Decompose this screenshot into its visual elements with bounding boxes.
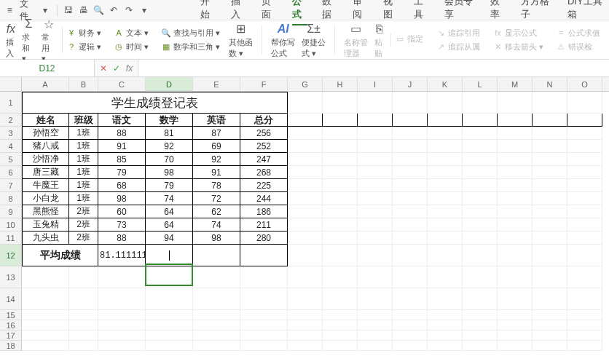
cell-C5[interactable]: 85 xyxy=(98,153,146,166)
row-header-17[interactable]: 17 xyxy=(0,331,22,341)
cell-C3[interactable]: 88 xyxy=(98,127,146,140)
cell-I2[interactable] xyxy=(358,114,393,127)
cell-G17[interactable] xyxy=(288,331,323,341)
cell-B8[interactable]: 1班 xyxy=(69,192,98,205)
cell-K7[interactable] xyxy=(428,179,463,192)
cell-J13[interactable] xyxy=(393,266,428,288)
formula-input[interactable] xyxy=(138,60,609,76)
cell-F9[interactable]: 186 xyxy=(240,205,288,218)
redo-icon[interactable]: ↷ xyxy=(124,4,135,16)
cell-J3[interactable] xyxy=(393,127,428,140)
cell-J9[interactable] xyxy=(393,205,428,218)
col-header-J[interactable]: J xyxy=(393,77,428,91)
cell-E9[interactable]: 62 xyxy=(193,205,240,218)
cell-M2[interactable] xyxy=(498,114,533,127)
row-header-4[interactable]: 4 xyxy=(0,140,22,153)
preview-icon[interactable]: 🔍 xyxy=(93,4,104,16)
cell-H7[interactable] xyxy=(323,179,358,192)
cell-J17[interactable] xyxy=(393,331,428,341)
cell-I13[interactable] xyxy=(358,266,393,288)
cell-C16[interactable] xyxy=(98,320,146,331)
col-header-I[interactable]: I xyxy=(358,77,393,91)
cell-D9[interactable]: 64 xyxy=(146,205,193,218)
cell-I7[interactable] xyxy=(358,179,393,192)
cell-L2[interactable] xyxy=(463,114,498,127)
cell-N5[interactable] xyxy=(533,153,567,166)
cell-A16[interactable] xyxy=(22,320,69,331)
cell-F4[interactable]: 252 xyxy=(240,140,288,153)
cell-H15[interactable] xyxy=(323,310,358,320)
cell-G1[interactable] xyxy=(288,92,323,114)
paste-button[interactable]: ⎘粘贴 xyxy=(373,21,386,59)
cell-C9[interactable]: 60 xyxy=(98,205,146,218)
cell-D15[interactable] xyxy=(146,310,193,320)
cell-I5[interactable] xyxy=(358,153,393,166)
cell-K11[interactable] xyxy=(428,232,463,245)
cell-D12[interactable] xyxy=(146,245,193,266)
row-header-11[interactable]: 11 xyxy=(0,232,22,245)
finance-button[interactable]: ¥财务 ▾ xyxy=(66,27,103,39)
cell-M17[interactable] xyxy=(498,331,533,341)
cell-A13[interactable] xyxy=(22,266,69,288)
cell-E15[interactable] xyxy=(193,310,240,320)
cell-N8[interactable] xyxy=(533,192,567,205)
cell-N3[interactable] xyxy=(533,127,567,140)
cell-B18[interactable] xyxy=(69,341,98,351)
cell-J18[interactable] xyxy=(393,341,428,351)
row-header-14[interactable]: 14 xyxy=(0,288,22,310)
cell-H17[interactable] xyxy=(323,331,358,341)
cell-A9[interactable]: 黑熊怪 xyxy=(22,205,69,218)
cell-L16[interactable] xyxy=(463,320,498,331)
cell-G3[interactable] xyxy=(288,127,323,140)
cell-O5[interactable] xyxy=(567,153,602,166)
cell-H6[interactable] xyxy=(323,166,358,179)
cell-G12[interactable] xyxy=(288,245,323,266)
cell-B10[interactable]: 2班 xyxy=(69,218,98,232)
cell-M9[interactable] xyxy=(498,205,533,218)
cell-H18[interactable] xyxy=(323,341,358,351)
cell-O14[interactable] xyxy=(567,288,602,310)
row-header-6[interactable]: 6 xyxy=(0,166,22,179)
cell-D11[interactable]: 94 xyxy=(146,232,193,245)
select-all-corner[interactable] xyxy=(0,77,22,91)
cell-I16[interactable] xyxy=(358,320,393,331)
text-button[interactable]: A文本 ▾ xyxy=(113,27,150,39)
cell-J5[interactable] xyxy=(393,153,428,166)
cell-M6[interactable] xyxy=(498,166,533,179)
cell-O2[interactable] xyxy=(567,114,602,127)
cell-M18[interactable] xyxy=(498,341,533,351)
cell-D14[interactable] xyxy=(146,288,193,310)
cell-L15[interactable] xyxy=(463,310,498,320)
cell-C4[interactable]: 91 xyxy=(98,140,146,153)
cell-E5[interactable]: 92 xyxy=(193,153,240,166)
row-header-8[interactable]: 8 xyxy=(0,192,22,205)
cell-N14[interactable] xyxy=(533,288,567,310)
cell-J6[interactable] xyxy=(393,166,428,179)
cell-L17[interactable] xyxy=(463,331,498,341)
cell-A5[interactable]: 沙悟净 xyxy=(22,153,69,166)
cell-O15[interactable] xyxy=(567,310,602,320)
cell-B7[interactable]: 1班 xyxy=(69,179,98,192)
col-header-G[interactable]: G xyxy=(288,77,323,91)
row-header-2[interactable]: 2 xyxy=(0,114,22,127)
col-header-L[interactable]: L xyxy=(463,77,498,91)
cell-D10[interactable]: 64 xyxy=(146,218,193,232)
cell-H8[interactable] xyxy=(323,192,358,205)
cell-I15[interactable] xyxy=(358,310,393,320)
cell-K9[interactable] xyxy=(428,205,463,218)
cell-M13[interactable] xyxy=(498,266,533,288)
cell-E3[interactable]: 87 xyxy=(193,127,240,140)
cell-B9[interactable]: 2班 xyxy=(69,205,98,218)
quick-formula-button[interactable]: Σ±便捷公式 ▾ xyxy=(300,21,327,59)
cell-O11[interactable] xyxy=(567,232,602,245)
cell-K18[interactable] xyxy=(428,341,463,351)
tab-工具[interactable]: 工具 xyxy=(414,0,430,25)
cell-F3[interactable]: 256 xyxy=(240,127,288,140)
cell-H10[interactable] xyxy=(323,218,358,232)
cell-C6[interactable]: 79 xyxy=(98,166,146,179)
name-manager-button[interactable]: ▭名称管理器 xyxy=(342,21,370,59)
cell-I12[interactable] xyxy=(358,245,393,266)
cell-G14[interactable] xyxy=(288,288,323,310)
cell-C10[interactable]: 73 xyxy=(98,218,146,232)
row-header-13[interactable]: 13 xyxy=(0,266,22,288)
